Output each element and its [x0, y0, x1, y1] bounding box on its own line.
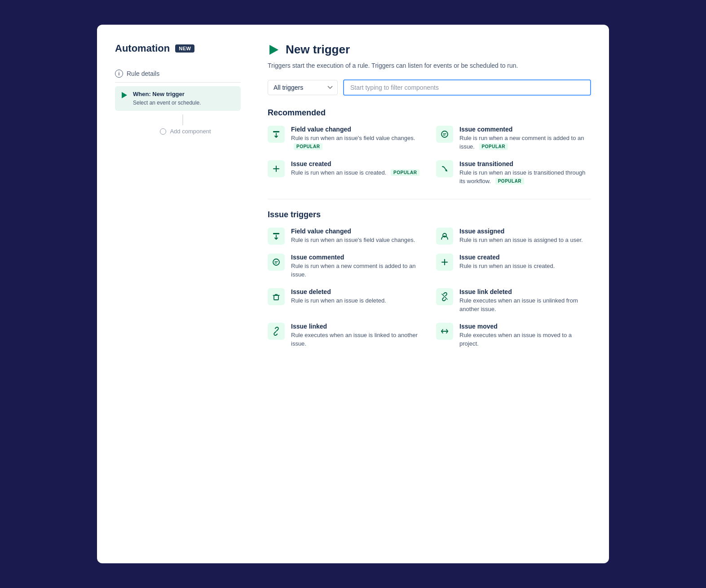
rule-details-label: Rule details [127, 70, 159, 77]
trigger-card-issue-deleted[interactable]: Issue deleted Rule is run when an issue … [268, 288, 423, 314]
trigger-text: When: New trigger Select an event or sch… [133, 91, 201, 106]
section-divider [268, 199, 591, 199]
trigger-item-sublabel: Select an event or schedule. [133, 100, 201, 106]
recommended-label: Recommended [268, 108, 591, 118]
issue-assigned-icon [440, 232, 449, 241]
issue-moved-icon [440, 327, 449, 336]
section-title: New trigger [286, 43, 350, 57]
issue-assigned-icon-wrap [436, 228, 453, 245]
section-subtitle: Triggers start the execution of a rule. … [268, 61, 591, 70]
trigger-card-issue-link-deleted[interactable]: Issue link deleted Rule executes when an… [436, 288, 591, 314]
issue-created-icon-2 [440, 258, 449, 267]
trigger-card-field-value-recommended[interactable]: Field value changed Rule is run when an … [268, 126, 423, 151]
recommended-section: Recommended Field value changed Rule [268, 108, 591, 185]
issue-commented-card-text: Issue commented Rule is run when a new c… [459, 126, 591, 151]
issue-triggers-section: Issue triggers Field value changed Ru [268, 210, 591, 348]
trigger-play-icon [120, 91, 128, 99]
issue-link-deleted-card-text: Issue link deleted Rule executes when an… [459, 288, 591, 314]
svg-rect-6 [273, 233, 279, 234]
main-content: New trigger Triggers start the execution… [250, 43, 591, 536]
field-value-icon-wrap-2 [268, 228, 285, 245]
issue-transitioned-card-text: Issue transitioned Rule is run when an i… [459, 160, 591, 186]
issue-link-deleted-icon [440, 292, 449, 301]
info-icon: i [115, 70, 123, 78]
field-value-card-text-2: Field value changed Rule is run when an … [291, 228, 415, 245]
issue-linked-card-text: Issue linked Rule executes when an issue… [291, 323, 423, 348]
svg-point-3 [441, 131, 448, 137]
add-component-row[interactable]: Add component [154, 125, 211, 137]
issue-triggers-label: Issue triggers [268, 210, 591, 219]
issue-created-card-text-2: Issue created Rule is run when an issue … [459, 254, 555, 271]
issue-commented-icon-wrap-2 [268, 254, 285, 271]
main-layout: Automation NEW i Rule details When: New … [115, 43, 591, 536]
connector-line [182, 114, 183, 125]
sidebar-trigger-item[interactable]: When: New trigger Select an event or sch… [115, 86, 241, 111]
issue-linked-icon [272, 327, 281, 336]
issue-created-icon-wrap-2 [436, 254, 453, 271]
popular-badge: POPULAR [495, 178, 524, 184]
trigger-card-issue-linked[interactable]: Issue linked Rule executes when an issue… [268, 323, 423, 348]
issue-transitioned-icon [440, 164, 449, 173]
issue-moved-card-text: Issue moved Rule executes when an issue … [459, 323, 591, 348]
issue-deleted-card-text: Issue deleted Rule is run when an issue … [291, 288, 386, 305]
issue-commented-card-text-2: Issue commented Rule is run when a new c… [291, 254, 423, 279]
trigger-card-issue-moved[interactable]: Issue moved Rule executes when an issue … [436, 323, 591, 348]
issue-commented-icon-2 [272, 258, 281, 267]
trigger-type-select[interactable]: All triggers Issue triggers Schedule tri… [268, 80, 338, 95]
issue-moved-icon-wrap [436, 323, 453, 340]
issue-commented-icon [440, 130, 449, 139]
issue-created-icon [272, 164, 281, 173]
popular-badge: POPULAR [294, 143, 322, 150]
recommended-grid: Field value changed Rule is run when an … [268, 126, 591, 185]
play-icon-green [268, 44, 280, 56]
svg-marker-0 [122, 92, 127, 98]
field-value-icon-wrap [268, 126, 285, 143]
sidebar-rule-details[interactable]: i Rule details [115, 65, 241, 83]
issue-assigned-card-text: Issue assigned Rule is run when an issue… [459, 228, 583, 245]
add-component-label: Add component [170, 128, 211, 135]
section-header: New trigger [268, 43, 591, 57]
sidebar: Automation NEW i Rule details When: New … [115, 43, 250, 536]
svg-rect-11 [274, 295, 278, 300]
svg-rect-2 [273, 131, 279, 132]
issue-commented-icon-wrap [436, 126, 453, 143]
trigger-card-field-value[interactable]: Field value changed Rule is run when an … [268, 228, 423, 245]
app-title-row: Automation NEW [115, 43, 241, 54]
issue-triggers-grid: Field value changed Rule is run when an … [268, 228, 591, 348]
issue-link-deleted-icon-wrap [436, 288, 453, 305]
issue-created-icon-wrap [268, 160, 285, 177]
issue-created-card-text: Issue created Rule is run when an issue … [291, 160, 419, 177]
popular-badge: POPULAR [479, 143, 508, 150]
field-value-icon-2 [272, 232, 281, 241]
trigger-item-label: When: New trigger [133, 91, 201, 97]
svg-marker-1 [269, 45, 278, 55]
trigger-card-issue-commented-recommended[interactable]: Issue commented Rule is run when a new c… [436, 126, 591, 151]
field-value-card-text: Field value changed Rule is run when an … [291, 126, 423, 151]
trigger-card-issue-assigned[interactable]: Issue assigned Rule is run when an issue… [436, 228, 591, 245]
issue-linked-icon-wrap [268, 323, 285, 340]
trigger-card-issue-commented[interactable]: Issue commented Rule is run when a new c… [268, 254, 423, 279]
issue-deleted-icon-wrap [268, 288, 285, 305]
trigger-card-issue-transitioned-recommended[interactable]: Issue transitioned Rule is run when an i… [436, 160, 591, 186]
issue-deleted-icon [272, 292, 281, 301]
issue-transitioned-icon-wrap [436, 160, 453, 177]
filter-components-input[interactable] [343, 79, 591, 96]
svg-line-13 [275, 330, 277, 332]
field-value-icon [272, 130, 281, 139]
app-title: Automation [115, 43, 170, 54]
filter-row: All triggers Issue triggers Schedule tri… [268, 79, 591, 96]
add-circle-icon [160, 128, 166, 135]
new-badge: NEW [175, 44, 194, 53]
app-container: Automation NEW i Rule details When: New … [97, 25, 609, 563]
popular-badge: POPULAR [391, 169, 419, 176]
svg-point-8 [273, 259, 279, 265]
trigger-card-issue-created[interactable]: Issue created Rule is run when an issue … [436, 254, 591, 279]
trigger-card-issue-created-recommended[interactable]: Issue created Rule is run when an issue … [268, 160, 423, 186]
